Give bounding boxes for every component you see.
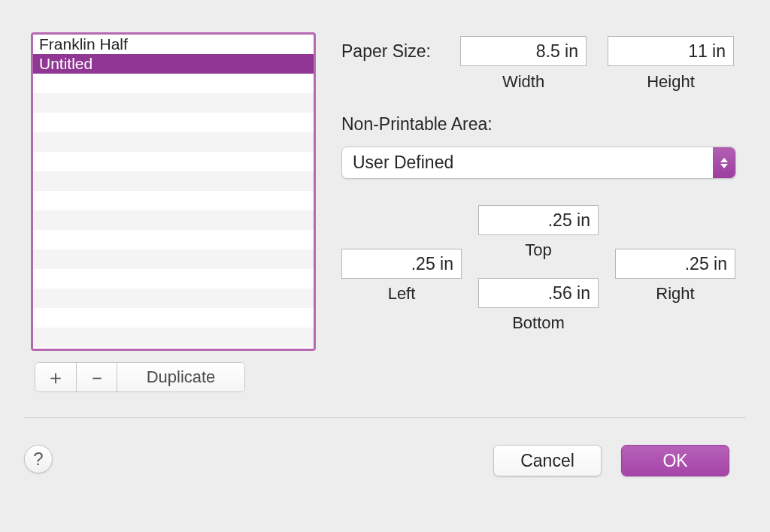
- plus-icon: ＋: [46, 364, 65, 391]
- list-item: [33, 210, 314, 230]
- width-input[interactable]: 8.5 in: [460, 36, 587, 66]
- list-item: [33, 249, 314, 269]
- margin-left-label: Left: [341, 284, 462, 304]
- margin-left-input[interactable]: .25 in: [341, 249, 462, 279]
- margin-bottom-value: .56 in: [548, 283, 590, 303]
- divider: [24, 417, 746, 418]
- list-item[interactable]: Untitled: [33, 54, 314, 74]
- list-toolbar: ＋ － Duplicate: [35, 362, 245, 392]
- width-value: 8.5 in: [536, 41, 578, 61]
- height-label: Height: [608, 72, 734, 92]
- help-icon: ?: [33, 449, 43, 470]
- list-item: [33, 152, 314, 171]
- list-item-label: Franklin Half: [39, 35, 128, 53]
- paper-size-label: Paper Size:: [341, 41, 431, 62]
- list-item: [33, 74, 314, 93]
- list-item: [33, 191, 314, 210]
- list-item[interactable]: Franklin Half: [33, 35, 314, 54]
- list-item: [33, 230, 314, 249]
- non-printable-label: Non-Printable Area:: [341, 114, 493, 135]
- chevron-up-down-icon: [713, 147, 735, 178]
- margin-bottom-label: Bottom: [478, 313, 599, 333]
- width-label: Width: [460, 72, 587, 92]
- add-button[interactable]: ＋: [35, 363, 76, 391]
- duplicate-button[interactable]: Duplicate: [117, 363, 244, 391]
- margin-top-label: Top: [478, 240, 599, 260]
- duplicate-label: Duplicate: [147, 367, 216, 387]
- margin-bottom-input[interactable]: .56 in: [478, 278, 599, 308]
- non-printable-popup[interactable]: User Defined: [341, 147, 736, 179]
- popup-value: User Defined: [353, 153, 453, 173]
- margin-right-label: Right: [615, 284, 735, 304]
- margin-top-input[interactable]: .25 in: [478, 205, 599, 235]
- list-item: [33, 328, 314, 347]
- margin-left-value: .25 in: [411, 254, 453, 274]
- height-value: 11 in: [688, 41, 726, 61]
- list-item: [33, 308, 314, 328]
- list-item: [33, 93, 314, 113]
- margin-right-input[interactable]: .25 in: [615, 249, 735, 279]
- list-item: [33, 132, 314, 152]
- list-item: [33, 269, 314, 289]
- list-item: [33, 113, 314, 132]
- cancel-label: Cancel: [520, 451, 574, 471]
- margin-top-value: .25 in: [548, 210, 590, 230]
- paper-size-list[interactable]: Franklin Half Untitled: [31, 32, 316, 351]
- remove-button[interactable]: －: [76, 363, 117, 391]
- ok-button[interactable]: OK: [621, 445, 729, 476]
- cancel-button[interactable]: Cancel: [493, 445, 602, 476]
- ok-label: OK: [662, 451, 687, 471]
- list-item-label: Untitled: [39, 55, 92, 72]
- minus-icon: －: [87, 364, 107, 391]
- list-item: [33, 171, 314, 191]
- height-input[interactable]: 11 in: [608, 36, 734, 66]
- margin-right-value: .25 in: [685, 254, 727, 274]
- list-item: [33, 289, 314, 308]
- help-button[interactable]: ?: [24, 445, 53, 473]
